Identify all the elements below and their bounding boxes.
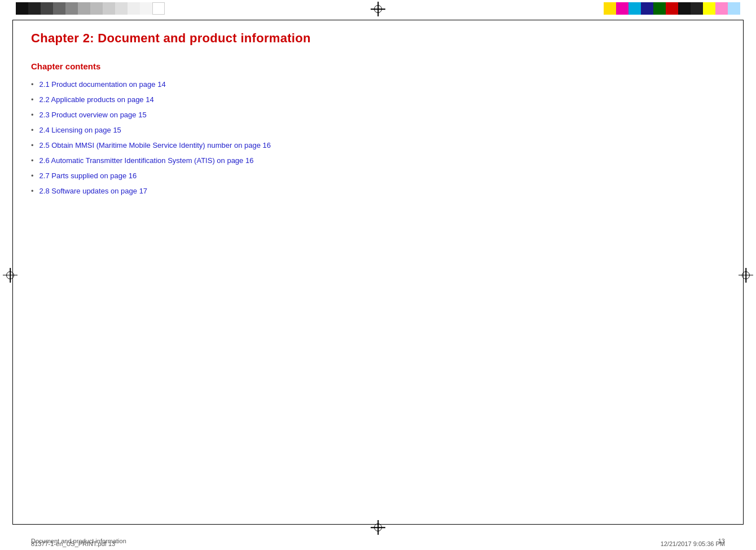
color-block-10 (128, 2, 140, 15)
chapter-contents-heading: Chapter contents (31, 61, 725, 71)
toc-bullet-4: • (31, 126, 34, 134)
color-block-r1 (604, 2, 616, 15)
toc-bullet-7: • (31, 171, 34, 180)
color-block-r7 (678, 2, 691, 15)
footer-bottom-right: 12/21/2017 9:05:36 PM (661, 540, 725, 547)
toc-bullet-3: • (31, 111, 34, 119)
chapter-title: Chapter 2: Document and product informat… (31, 31, 725, 46)
color-block-2 (28, 2, 41, 15)
color-block-r8 (691, 2, 703, 15)
color-block-r5 (653, 2, 666, 15)
border-line-left (12, 20, 13, 525)
color-block-r6 (666, 2, 678, 15)
color-strip-left (16, 2, 165, 15)
color-block-12 (152, 2, 165, 15)
toc-link-6[interactable]: 2.6 Automatic Transmitter Identification… (39, 156, 254, 165)
color-block-r9 (703, 2, 715, 15)
toc-bullet-1: • (31, 80, 34, 89)
toc-item-4[interactable]: •2.4 Licensing on page 15 (31, 126, 725, 134)
reg-mark-left-middle (2, 267, 18, 283)
toc-bullet-5: • (31, 141, 34, 149)
toc-link-2[interactable]: 2.2 Applicable products on page 14 (39, 95, 154, 104)
toc-link-4[interactable]: 2.4 Licensing on page 15 (39, 126, 121, 134)
color-block-1 (16, 2, 28, 15)
toc-item-5[interactable]: •2.5 Obtain MMSI (Maritime Mobile Servic… (31, 141, 725, 149)
toc-item-6[interactable]: •2.6 Automatic Transmitter Identificatio… (31, 156, 725, 165)
toc-bullet-8: • (31, 187, 34, 195)
toc-item-2[interactable]: •2.2 Applicable products on page 14 (31, 95, 725, 104)
color-block-6 (78, 2, 90, 15)
reg-mark-right-middle (738, 267, 754, 283)
toc-item-3[interactable]: •2.3 Product overview on page 15 (31, 111, 725, 119)
reg-mark-top-center (370, 1, 386, 17)
toc-item-8[interactable]: •2.8 Software updates on page 17 (31, 187, 725, 195)
toc-link-5[interactable]: 2.5 Obtain MMSI (Maritime Mobile Service… (39, 141, 271, 149)
color-block-11 (140, 2, 152, 15)
toc-bullet-6: • (31, 156, 34, 165)
color-block-4 (53, 2, 65, 15)
color-block-3 (41, 2, 53, 15)
color-block-8 (103, 2, 115, 15)
reg-mark-bottom-center (370, 520, 386, 535)
toc-item-7[interactable]: •2.7 Parts supplied on page 16 (31, 171, 725, 180)
color-block-7 (90, 2, 103, 15)
footer-bottom: 81377-1-en_US_PRINT.pdf 13 12/21/2017 9:… (31, 540, 725, 547)
toc-link-8[interactable]: 2.8 Software updates on page 17 (39, 187, 148, 195)
color-block-r10 (715, 2, 728, 15)
main-content: Chapter 2: Document and product informat… (31, 31, 725, 511)
border-line-right (743, 20, 744, 525)
color-block-r4 (641, 2, 653, 15)
footer-bottom-left: 81377-1-en_US_PRINT.pdf 13 (31, 540, 115, 547)
toc-link-3[interactable]: 2.3 Product overview on page 15 (39, 111, 147, 119)
color-block-r2 (616, 2, 628, 15)
color-block-r3 (628, 2, 641, 15)
toc-link-7[interactable]: 2.7 Parts supplied on page 16 (39, 171, 137, 180)
color-block-r11 (728, 2, 740, 15)
color-strip-right (604, 2, 740, 15)
toc-list: •2.1 Product documentation on page 14•2.… (31, 80, 725, 195)
color-block-5 (65, 2, 78, 15)
toc-link-1[interactable]: 2.1 Product documentation on page 14 (39, 80, 166, 89)
border-line-top (12, 20, 744, 20)
toc-bullet-2: • (31, 95, 34, 104)
border-line-bottom (12, 524, 744, 525)
toc-item-1[interactable]: •2.1 Product documentation on page 14 (31, 80, 725, 89)
color-block-9 (115, 2, 128, 15)
